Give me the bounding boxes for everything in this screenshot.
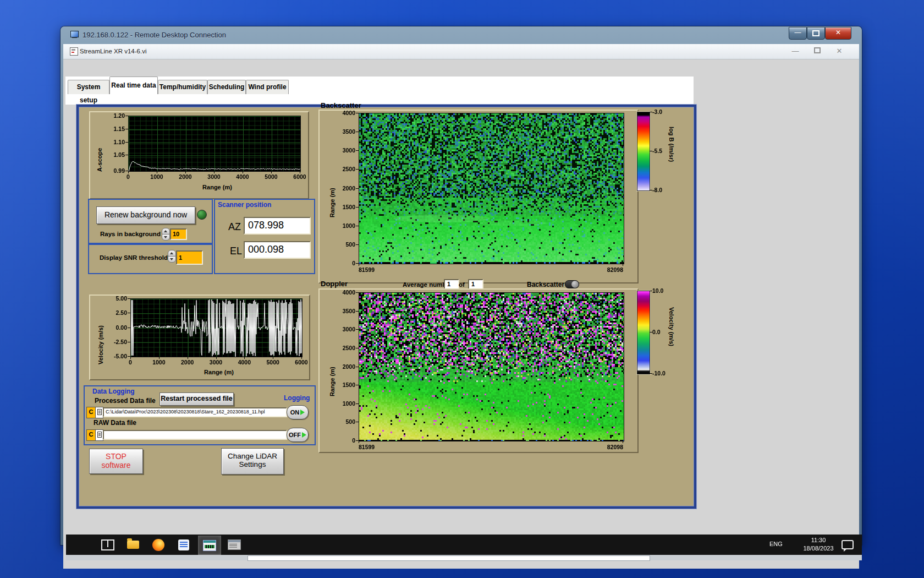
app-titlebar[interactable]: StreamLine XR v14-6.vi — ✕ [63, 44, 859, 59]
backscatter-title: Backscatter [321, 101, 361, 110]
raw-data-file-label: RAW Data file [94, 419, 136, 427]
processed-data-file-label: Processed Data file [95, 397, 156, 405]
renew-background-led [197, 210, 207, 220]
rdp-close-button[interactable]: ✕ [825, 27, 851, 40]
doppler-y-axis-label: Range (m) [329, 330, 336, 396]
remote-taskbar: ENG 11:30 18/08/2023 [66, 535, 862, 555]
backscatter-colorbar [637, 112, 650, 191]
app-close-button[interactable]: ✕ [832, 47, 846, 55]
velocity-x-axis-label: Range (m) [189, 369, 249, 375]
rays-spinner[interactable] [162, 228, 169, 240]
ascope-y-axis-label: A-scope [96, 122, 103, 172]
off-arrow-icon [302, 432, 306, 438]
change-settings-line1: Change LiDAR [222, 452, 283, 460]
taskbar-firefox-icon[interactable] [147, 536, 169, 554]
az-label: AZ [228, 221, 241, 233]
app-minimize-button[interactable]: — [788, 47, 802, 55]
processed-path-field[interactable]: C:\Lidar\Data\Proc\2023\202308\20230818\… [103, 407, 287, 417]
app-maximize-button[interactable] [810, 47, 824, 55]
processed-logging-on-button[interactable]: ON [287, 405, 309, 419]
logging-label: Logging [284, 394, 310, 402]
rdp-computer-icon [70, 31, 79, 39]
data-logging-title: Data Logging [92, 388, 135, 395]
backscatter-toggle-label: Backscatter [527, 281, 564, 288]
change-lidar-settings-button[interactable]: Change LiDAR Settings [221, 448, 284, 475]
tab-temp-humidity[interactable]: Temp/humidity [158, 80, 207, 94]
tab-scheduling[interactable]: Scheduling [207, 80, 246, 94]
stop-software-button[interactable]: STOP software [89, 449, 143, 474]
az-value-field[interactable]: 078.998 [244, 217, 311, 235]
taskbar-task-view-icon[interactable] [97, 536, 119, 554]
taskbar-streamline-app-icon[interactable] [198, 536, 221, 555]
app-vi-icon [70, 47, 78, 56]
doppler-colorbar [637, 291, 650, 374]
tab-real-time-data[interactable]: Real time data [109, 77, 158, 94]
el-value-field[interactable]: 000.098 [244, 241, 311, 259]
velocity-y-axis-label: Velocity (m/s) [97, 304, 104, 364]
stop-line2: software [90, 461, 142, 470]
snr-threshold-label: Display SNR threshold [100, 254, 168, 261]
el-label: EL [230, 246, 242, 257]
raw-logging-off-button[interactable]: OFF [287, 428, 309, 442]
rdp-maximize-button[interactable] [807, 27, 825, 40]
taskbar-notes-app-icon[interactable] [173, 536, 195, 554]
backscatter-y-axis-label: Range (m) [329, 151, 336, 217]
backscatter-toggle[interactable] [565, 280, 579, 288]
rays-value-field[interactable]: 10 [170, 228, 187, 240]
ascope-x-axis-label: Range (m) [190, 184, 245, 190]
tab-wind-profile[interactable]: Wind profile [246, 80, 289, 94]
taskbar-notification-icon[interactable] [842, 540, 854, 549]
off-label: OFF [289, 432, 301, 438]
of-label: of [459, 281, 465, 288]
taskbar-clock-time[interactable]: 11:30 [800, 537, 837, 543]
snr-spinner[interactable] [168, 250, 175, 262]
raw-path-field[interactable] [103, 430, 287, 440]
doppler-title: Doppler [321, 280, 348, 288]
rays-in-background-label: Rays in background [100, 231, 161, 237]
stop-line1: STOP [90, 452, 142, 461]
backscatter-plot [359, 113, 624, 264]
remote-desktop-client: StreamLine XR v14-6.vi — ✕ System setup … [63, 44, 859, 569]
taskbar-language-indicator[interactable]: ENG [769, 541, 783, 547]
on-label: ON [290, 409, 300, 416]
processed-browse-button[interactable] [95, 407, 103, 418]
taskbar-file-explorer-icon[interactable] [122, 536, 144, 554]
raw-drive-box[interactable]: C [86, 429, 96, 441]
processed-drive-box[interactable]: C [86, 407, 96, 418]
snr-value-field[interactable]: 1 [176, 250, 203, 265]
rdp-window: 192.168.0.122 - Remote Desktop Connectio… [61, 26, 862, 545]
velocity-plot [130, 298, 302, 357]
desktop: 192.168.0.122 - Remote Desktop Connectio… [0, 0, 924, 578]
taskbar-scan-scheduler-icon[interactable] [223, 536, 245, 554]
doppler-plot [359, 292, 624, 441]
rdp-titlebar[interactable]: 192.168.0.122 - Remote Desktop Connectio… [61, 26, 862, 44]
rdp-scrollbar-thumb[interactable] [248, 555, 650, 561]
scanner-position-title: Scanner position [218, 201, 271, 209]
tab-system-setup[interactable]: System setup [68, 80, 109, 94]
change-settings-line2: Settings [222, 460, 283, 468]
raw-browse-button[interactable] [95, 429, 103, 441]
renew-background-button[interactable]: Renew background now [96, 206, 195, 224]
ascope-plot [128, 116, 301, 172]
taskbar-clock-date[interactable]: 18/08/2023 [800, 545, 837, 552]
on-arrow-icon [300, 410, 305, 415]
rdp-horizontal-scrollbar [66, 555, 862, 560]
scanner-position-box [214, 199, 315, 274]
app-window-title: StreamLine XR v14-6.vi [80, 48, 146, 54]
doppler-colorbar-label: Velocity (m/s) [668, 307, 675, 379]
backscatter-colorbar-label: log B (/m/sr) [668, 127, 675, 198]
rdp-minimize-button[interactable]: — [789, 27, 807, 40]
restart-processed-file-button[interactable]: Restart processed file [160, 392, 234, 406]
rdp-window-title: 192.168.0.122 - Remote Desktop Connectio… [82, 31, 226, 39]
